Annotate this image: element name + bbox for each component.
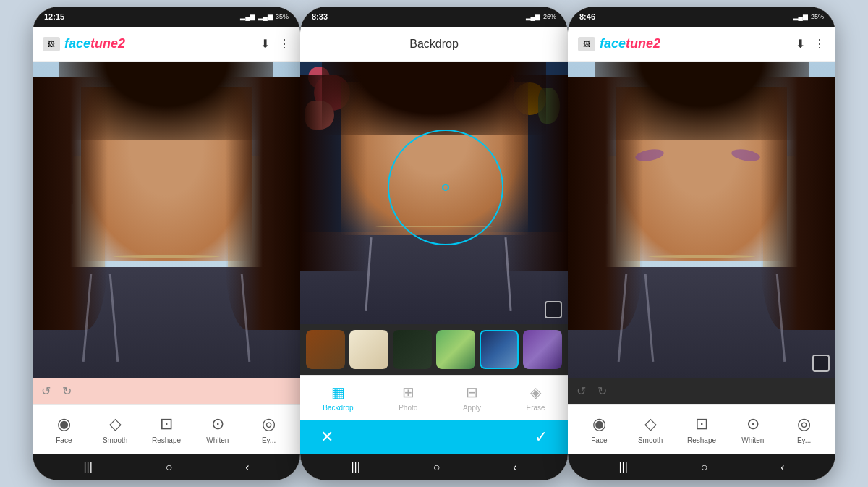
nav-recent-left[interactable]: ||| — [83, 461, 92, 474]
status-bar-right: 8:46 ▂▄▆ 25% — [568, 7, 835, 27]
tool-eye-left[interactable]: ◎ Ey... — [249, 415, 289, 444]
signal-right: ▂▄▆ — [793, 13, 808, 20]
hair-side-left — [33, 77, 108, 331]
menu-icon-left[interactable]: ⋮ — [278, 37, 290, 51]
face-icon: ◉ — [57, 415, 71, 433]
backdrop-tool-apply[interactable]: ⊟ Apply — [463, 384, 481, 412]
smooth-label: Smooth — [103, 436, 127, 444]
hair-side-left-right — [568, 77, 643, 331]
signal-icon: ▂▄▆ — [258, 13, 273, 20]
eye-icon-r: ◎ — [797, 415, 811, 433]
copy-icon-mid[interactable] — [545, 301, 562, 318]
whiten-icon: ⊙ — [211, 415, 224, 433]
photo-area-left — [33, 62, 300, 378]
swatch-3[interactable] — [393, 330, 432, 369]
tool-smooth-left[interactable]: ◇ Smooth — [95, 415, 135, 444]
nav-recent-right[interactable]: ||| — [618, 461, 627, 474]
photo-canvas-right — [568, 62, 835, 378]
nav-recent-mid[interactable]: ||| — [351, 461, 359, 474]
gallery-icon-right[interactable]: 🖼 — [578, 37, 595, 51]
redo-btn-right[interactable]: ↻ — [597, 384, 607, 398]
toolbar-right: ◉ Face ◇ Smooth ⊡ Reshape ⊙ Whiten ◎ E — [568, 404, 835, 454]
swatch-4[interactable] — [436, 330, 475, 369]
swatch-6[interactable] — [523, 330, 562, 369]
status-bar-left: 12:15 ▂▄▆ ▂▄▆ 35% — [33, 7, 300, 27]
photo-canvas-mid — [300, 62, 568, 324]
tool-whiten-right[interactable]: ⊙ Whiten — [733, 415, 773, 444]
photo-area-right — [568, 62, 835, 378]
photo-canvas-left — [33, 62, 300, 378]
phone-right: 8:46 ▂▄▆ 25% 🖼 facetune2 ⬇ ⋮ — [568, 7, 835, 480]
backdrop-tool-backdrop[interactable]: ▦ Backdrop — [323, 384, 353, 412]
gallery-icon-left[interactable]: 🖼 — [43, 37, 60, 51]
erase-icon: ◈ — [530, 384, 541, 401]
nav-back-right[interactable]: ‹ — [780, 461, 784, 474]
time-mid: 8:33 — [312, 12, 328, 21]
swatch-5[interactable] — [480, 330, 519, 369]
tool-eye-right[interactable]: ◎ Ey... — [784, 415, 824, 444]
backdrop-tool-photo[interactable]: ⊞ Photo — [399, 384, 417, 412]
undo-redo-bar-left: ↺ ↻ — [33, 378, 300, 404]
cancel-button[interactable]: ✕ — [320, 428, 333, 446]
confirm-bar: ✕ ✓ — [300, 420, 568, 454]
face-icon-r: ◉ — [592, 415, 606, 433]
reshape-icon: ⊡ — [160, 415, 173, 433]
swatch-1[interactable] — [306, 330, 345, 369]
redo-btn-left[interactable]: ↻ — [62, 384, 72, 398]
app-header-left: 🖼 facetune2 ⬇ ⋮ — [33, 27, 300, 62]
face-label: Face — [56, 436, 72, 444]
tool-reshape-left[interactable]: ⊡ Reshape — [146, 415, 186, 444]
hair-left-mid — [300, 75, 367, 271]
logo-text-right: facetune2 — [600, 36, 660, 51]
time-left: 12:15 — [44, 12, 64, 21]
hair-side-right — [225, 77, 300, 331]
nav-bar-left: ||| ○ ‹ — [33, 454, 300, 480]
download-icon-right[interactable]: ⬇ — [796, 37, 805, 51]
swatch-2[interactable] — [349, 330, 388, 369]
apply-icon: ⊟ — [466, 384, 478, 401]
menu-icon-right[interactable]: ⋮ — [814, 37, 825, 51]
download-icon-left[interactable]: ⬇ — [260, 37, 270, 51]
nav-bar-mid: ||| ○ ‹ — [300, 454, 568, 480]
backdrop-swatches — [300, 324, 568, 375]
undo-btn-right[interactable]: ↺ — [576, 384, 586, 398]
tool-face-left[interactable]: ◉ Face — [44, 415, 84, 444]
hair-side-right-right — [760, 77, 835, 331]
smooth-icon-r: ◇ — [644, 415, 657, 433]
nav-home-right[interactable]: ○ — [701, 461, 708, 474]
backdrop-tools: ▦ Backdrop ⊞ Photo ⊟ Apply ◈ Erase — [300, 375, 568, 420]
tool-face-right[interactable]: ◉ Face — [579, 415, 619, 444]
nav-back-mid[interactable]: ‹ — [513, 461, 516, 474]
whiten-label-r: Whiten — [741, 436, 764, 444]
nav-bar-right: ||| ○ ‹ — [568, 454, 835, 480]
status-bar-mid: 8:33 ▂▄▆ 26% — [300, 7, 568, 27]
wifi-icon: ▂▄▆ — [240, 13, 255, 20]
nav-back-left[interactable]: ‹ — [245, 461, 249, 474]
undo-btn-left[interactable]: ↺ — [41, 384, 51, 398]
tool-whiten-left[interactable]: ⊙ Whiten — [197, 415, 237, 444]
backdrop-label: Backdrop — [323, 404, 353, 412]
backdrop-title: Backdrop — [409, 38, 459, 51]
face-label-r: Face — [591, 436, 607, 444]
eye-label: Ey... — [262, 436, 276, 444]
photo-label: Photo — [399, 404, 417, 412]
backdrop-tool-erase[interactable]: ◈ Erase — [527, 384, 545, 412]
undo-redo-bar-right: ↺ ↻ — [568, 378, 835, 404]
necklace-mid — [375, 226, 493, 227]
necklace — [113, 255, 220, 258]
header-icons-right: ⬇ ⋮ — [796, 37, 825, 51]
tool-reshape-right[interactable]: ⊡ Reshape — [681, 415, 721, 444]
nav-home-left[interactable]: ○ — [166, 461, 173, 474]
header-icons-left: ⬇ ⋮ — [260, 37, 290, 51]
logo-right: 🖼 facetune2 — [578, 36, 660, 51]
logo-left: 🖼 facetune2 — [43, 36, 125, 51]
tool-smooth-right[interactable]: ◇ Smooth — [631, 415, 671, 444]
battery-right: 25% — [811, 13, 824, 20]
photo-icon: ⊞ — [402, 384, 414, 401]
signal-mid: ▂▄▆ — [526, 13, 540, 20]
nav-home-mid[interactable]: ○ — [433, 461, 441, 474]
hair-right-mid — [501, 75, 569, 271]
copy-icon-right[interactable] — [812, 355, 830, 372]
apply-label: Apply — [463, 404, 481, 412]
confirm-button[interactable]: ✓ — [535, 428, 548, 446]
